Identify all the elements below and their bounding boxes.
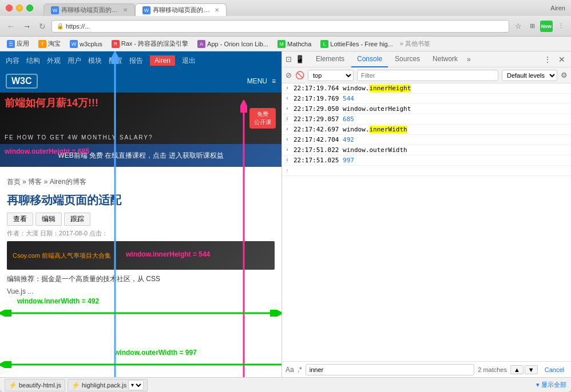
arrow-left-icon-4: ‹ xyxy=(286,157,291,163)
tab-close-inactive[interactable]: ✕ xyxy=(123,7,128,13)
tab-track[interactable]: 跟踪 xyxy=(64,213,90,226)
bookmark-apps[interactable]: ☰ 应用 xyxy=(5,39,31,48)
minimize-button[interactable] xyxy=(16,5,23,11)
tab-view[interactable]: 查看 xyxy=(7,213,33,226)
site-logo-bar: W3C MENU ≡ xyxy=(0,70,281,93)
levels-selector[interactable]: Default levels xyxy=(502,70,557,81)
browser-toolbar: ← → ↻ 🔒 https://... ☆ ⊞ New ⋮ xyxy=(0,16,571,37)
context-selector[interactable]: top xyxy=(308,70,354,81)
tab-close-active[interactable]: ✕ xyxy=(215,7,219,13)
tab-network[interactable]: Network xyxy=(427,51,463,67)
more-bookmarks[interactable]: » 其他书签 xyxy=(400,39,430,48)
console-search-input[interactable] xyxy=(306,364,475,375)
forward-button[interactable]: → xyxy=(21,21,33,32)
devtools-panel: ⊡ 📱 Elements Console Sources Network » ⋮… xyxy=(281,51,571,377)
file-item-1[interactable]: ⚡ beautify-html.js xyxy=(5,379,65,391)
bookmark-lottie[interactable]: L LottieFiles - Free hig... xyxy=(318,40,395,48)
maximize-button[interactable] xyxy=(26,5,33,11)
menu-button[interactable]: MENU ≡ xyxy=(247,77,276,85)
console-line-4: ‹ 22:17:29.057 685 xyxy=(282,114,571,125)
arrow-right-icon-4: › xyxy=(286,146,291,153)
matches-count: 2 matches xyxy=(478,366,507,373)
nav-modules[interactable]: 模块 xyxy=(88,56,102,66)
hero-badge-line1: 免费 xyxy=(254,110,271,118)
nav-config[interactable]: 配置 xyxy=(109,56,122,66)
back-button[interactable]: ← xyxy=(5,21,17,32)
devtools-dots-icon[interactable]: ⋮ xyxy=(541,54,554,65)
hero-badge: 免费 公开课 xyxy=(249,108,276,129)
devtools-close-icon[interactable]: ✕ xyxy=(556,54,568,65)
console-line-7: › 22:17:51.022 window.outerWidth xyxy=(282,145,571,155)
bookmark-app-orion[interactable]: A App - Orion Icon Lib... xyxy=(195,40,271,48)
nav-users[interactable]: 用户 xyxy=(68,56,81,66)
lottie-icon: L xyxy=(320,40,328,48)
console-gear-icon[interactable]: ⚙ xyxy=(561,71,568,79)
article-tabs: 查看 编辑 跟踪 xyxy=(0,210,281,228)
tab-console[interactable]: Console xyxy=(351,51,388,67)
file-selector[interactable]: ▾ xyxy=(128,380,144,390)
line-text-2: 22:17:19.769 544 xyxy=(294,95,354,102)
console-clear-icon[interactable]: 🚫 xyxy=(295,71,304,79)
tab-inactive[interactable]: W 再聊移动端页面的适配 ✕ xyxy=(43,3,135,16)
mathcha-icon: M xyxy=(277,40,286,48)
hero-text-en: FE HOW TO GET 4W MONTHLY SALARY? xyxy=(5,134,153,141)
rax-icon: R xyxy=(112,40,120,48)
nav-reports[interactable]: 报告 xyxy=(129,56,143,66)
nav-airen[interactable]: Airen xyxy=(150,55,175,66)
filter-input[interactable] xyxy=(357,70,498,81)
address-bar[interactable]: 🔒 https://... xyxy=(51,20,509,33)
console-line-6: ‹ 22:17:42.704 492 xyxy=(282,135,571,145)
tab-active[interactable]: W 再聊移动端页面的适配 ✕ xyxy=(135,3,227,16)
outer-width-arrow-partial xyxy=(0,361,281,368)
nav-appearance[interactable]: 外观 xyxy=(47,56,61,66)
file-item-2[interactable]: ⚡ highlight.pack.js ▾ xyxy=(68,379,148,391)
taobao-icon: T xyxy=(38,40,46,48)
devtools-device-icon[interactable]: 📱 xyxy=(295,55,304,63)
js-file-icon-1: ⚡ xyxy=(9,381,17,389)
console-line-3: › 22:17:29.050 window.outerHeight xyxy=(282,104,571,114)
console-stop-icon[interactable]: ⊘ xyxy=(286,71,292,79)
address-text: https://... xyxy=(66,23,90,30)
console-filter-bar: ⊘ 🚫 top Default levels ⚙ xyxy=(282,67,571,83)
close-button[interactable] xyxy=(6,5,13,11)
arrow-left-icon-3: ‹ xyxy=(286,136,291,142)
bookmark-taobao[interactable]: T 淘宝 xyxy=(36,39,63,48)
tab-favicon-active: W xyxy=(142,6,150,14)
bookmark-mathcha[interactable]: M Mathcha xyxy=(275,40,314,48)
tab-sources[interactable]: Sources xyxy=(389,51,426,67)
bookmark-w3cplus-label: w3cplus xyxy=(80,41,102,47)
more-tabs-icon[interactable]: » xyxy=(465,55,473,63)
expand-icon[interactable]: › xyxy=(286,167,291,173)
webpage-inner: 内容 结构 外观 用户 模块 配置 报告 Airen 退出 W3C MENU xyxy=(0,51,281,377)
file-name-1: beautify-html.js xyxy=(19,382,61,389)
more-icon[interactable]: ⋮ xyxy=(555,21,566,32)
inner-width-annotation: window.innerWidth = 492 xyxy=(17,297,99,305)
show-all-button[interactable]: ▾ 显示全部 xyxy=(536,381,566,389)
bookmark-w3cplus[interactable]: W w3cplus xyxy=(68,40,105,48)
new-tab-icon[interactable]: New xyxy=(540,21,553,32)
nav-logout[interactable]: 退出 xyxy=(182,56,196,66)
inner-width-arrow xyxy=(0,310,281,317)
next-match-button[interactable]: ▼ xyxy=(525,365,538,374)
tab-favicon: W xyxy=(51,6,59,14)
nav-structure[interactable]: 结构 xyxy=(26,56,40,66)
cancel-search-button[interactable]: Cancel xyxy=(541,365,568,374)
console-output[interactable]: › 22:17:19.764 window.innerHeight ‹ 22:1… xyxy=(282,83,571,361)
bookmark-star-icon[interactable]: ☆ xyxy=(513,21,524,32)
extensions-icon[interactable]: ⊞ xyxy=(526,21,538,32)
line-text-6: 22:17:42.704 492 xyxy=(294,136,354,143)
arrow-left-icon-2: ‹ xyxy=(286,115,291,122)
prev-match-button[interactable]: ▲ xyxy=(510,365,524,374)
bookmark-lottie-label: LottieFiles - Free hig... xyxy=(330,41,392,47)
line-text-1: 22:17:19.764 window.innerHeight xyxy=(294,85,411,92)
bookmark-rax-label: Rax - 跨容器的渲染引擎 xyxy=(121,39,188,48)
hero-text-cn: 前端如何月薪14万!!! xyxy=(5,96,98,110)
devtools-inspect-icon[interactable]: ⊡ xyxy=(286,55,292,63)
bookmark-rax[interactable]: R Rax - 跨容器的渲染引擎 xyxy=(109,39,191,48)
main-content: 内容 结构 外观 用户 模块 配置 报告 Airen 退出 W3C MENU xyxy=(0,51,571,377)
tab-elements[interactable]: Elements xyxy=(310,51,350,67)
tab-title-inactive: 再聊移动端页面的适配 xyxy=(61,6,118,14)
nav-content[interactable]: 内容 xyxy=(6,56,19,66)
reload-button[interactable]: ↻ xyxy=(37,21,48,32)
tab-edit[interactable]: 编辑 xyxy=(35,213,62,226)
